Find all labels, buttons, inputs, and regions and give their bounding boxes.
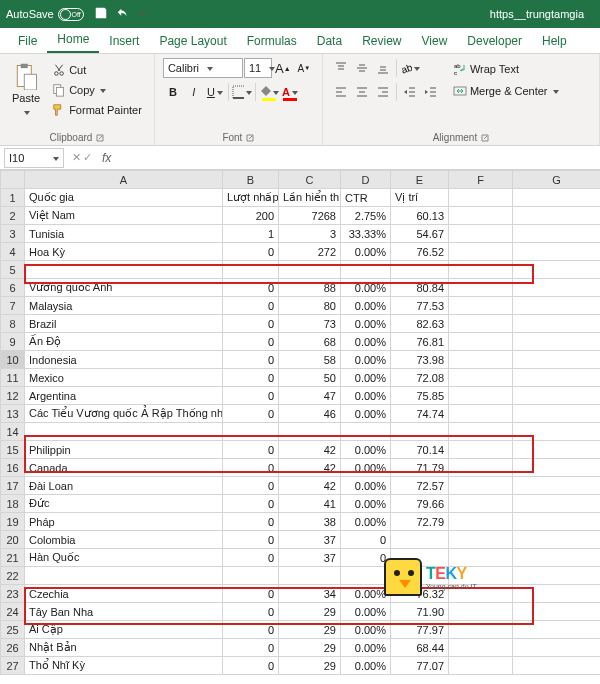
cell[interactable]: 77.97 [391,621,449,639]
tab-formulas[interactable]: Formulas [237,29,307,53]
cell[interactable] [513,585,601,603]
cell[interactable]: Lần hiển thị [279,189,341,207]
cell[interactable] [513,621,601,639]
cell[interactable]: 0 [223,621,279,639]
cell[interactable]: Tunisia [25,225,223,243]
cell[interactable] [449,315,513,333]
cell[interactable] [449,423,513,441]
cell[interactable]: Canada [25,459,223,477]
cell[interactable]: 0.00% [341,405,391,423]
cell[interactable]: 0 [223,459,279,477]
cell[interactable]: 0.00% [341,621,391,639]
font-color-button[interactable]: A [280,82,300,102]
cell[interactable]: Ấn Độ [25,333,223,351]
cell[interactable]: CTR [341,189,391,207]
cell[interactable]: Indonesia [25,351,223,369]
cell[interactable] [449,621,513,639]
select-all-corner[interactable] [1,171,25,189]
cell[interactable] [391,531,449,549]
row-header[interactable]: 5 [1,261,25,279]
align-middle-button[interactable] [352,58,372,78]
cell[interactable]: 0 [223,369,279,387]
cell[interactable]: Pháp [25,513,223,531]
cell[interactable]: 0 [223,585,279,603]
cell[interactable]: 76.81 [391,333,449,351]
undo-icon[interactable] [116,6,130,22]
cell[interactable]: 73.98 [391,351,449,369]
cell[interactable]: 0.00% [341,657,391,675]
cell[interactable] [449,279,513,297]
cell[interactable]: Các Tiểu Vương quốc Ả Rập Thống nhất [25,405,223,423]
cell[interactable] [449,603,513,621]
cell[interactable]: 272 [279,243,341,261]
cell[interactable]: 29 [279,639,341,657]
cell[interactable]: Đài Loan [25,477,223,495]
decrease-indent-button[interactable] [400,82,420,102]
cell[interactable] [449,585,513,603]
cell[interactable] [449,261,513,279]
cancel-icon[interactable]: ✕ [72,151,81,164]
cell[interactable]: 33.33% [341,225,391,243]
cell[interactable]: 79.66 [391,495,449,513]
cell[interactable] [341,567,391,585]
cell[interactable] [449,459,513,477]
wrap-text-button[interactable]: abc Wrap Text [449,60,563,78]
cell[interactable]: 0.00% [341,603,391,621]
format-painter-button[interactable]: Format Painter [48,101,146,119]
cell[interactable]: 0.00% [341,585,391,603]
cell[interactable]: Argentina [25,387,223,405]
cell[interactable]: 54.67 [391,225,449,243]
cell[interactable]: 0.00% [341,639,391,657]
cell[interactable]: 1 [223,225,279,243]
cell[interactable] [449,513,513,531]
cell[interactable] [391,423,449,441]
cell[interactable]: 0.00% [341,495,391,513]
cell[interactable]: 47 [279,387,341,405]
row-header[interactable]: 16 [1,459,25,477]
cell[interactable]: Việt Nam [25,207,223,225]
cell[interactable] [513,549,601,567]
cell[interactable]: 75.85 [391,387,449,405]
col-header-A[interactable]: A [25,171,223,189]
cell[interactable] [513,297,601,315]
cell[interactable] [25,261,223,279]
row-header[interactable]: 25 [1,621,25,639]
cell[interactable]: 71.90 [391,603,449,621]
cell[interactable] [449,495,513,513]
cell[interactable] [449,441,513,459]
cell[interactable] [25,567,223,585]
cell[interactable] [449,351,513,369]
cell[interactable] [513,459,601,477]
col-header-E[interactable]: E [391,171,449,189]
row-header[interactable]: 21 [1,549,25,567]
cell[interactable]: Hàn Quốc [25,549,223,567]
cell[interactable]: 80.84 [391,279,449,297]
cell[interactable] [449,243,513,261]
cell[interactable]: 42 [279,441,341,459]
paste-button[interactable]: Paste [8,58,44,122]
cell[interactable] [341,423,391,441]
cell[interactable]: 37 [279,549,341,567]
cell[interactable]: 0 [223,387,279,405]
cell[interactable]: 0 [223,333,279,351]
cell[interactable]: 0.00% [341,369,391,387]
cell[interactable]: Lượt nhấp [223,189,279,207]
cell[interactable]: Malaysia [25,297,223,315]
orientation-button[interactable]: ab [400,58,420,78]
cell[interactable]: 0 [223,351,279,369]
row-header[interactable]: 26 [1,639,25,657]
cell[interactable]: Philippin [25,441,223,459]
cell[interactable]: 37 [279,531,341,549]
cell[interactable] [513,495,601,513]
italic-button[interactable]: I [184,82,204,102]
cell[interactable] [449,189,513,207]
cell[interactable]: 0 [223,405,279,423]
cell[interactable]: 42 [279,459,341,477]
cell[interactable]: 60.13 [391,207,449,225]
cell[interactable] [513,243,601,261]
cell[interactable]: 0.00% [341,351,391,369]
row-header[interactable]: 14 [1,423,25,441]
cell[interactable]: 0.00% [341,243,391,261]
cell[interactable]: 0 [223,495,279,513]
col-header-G[interactable]: G [513,171,601,189]
